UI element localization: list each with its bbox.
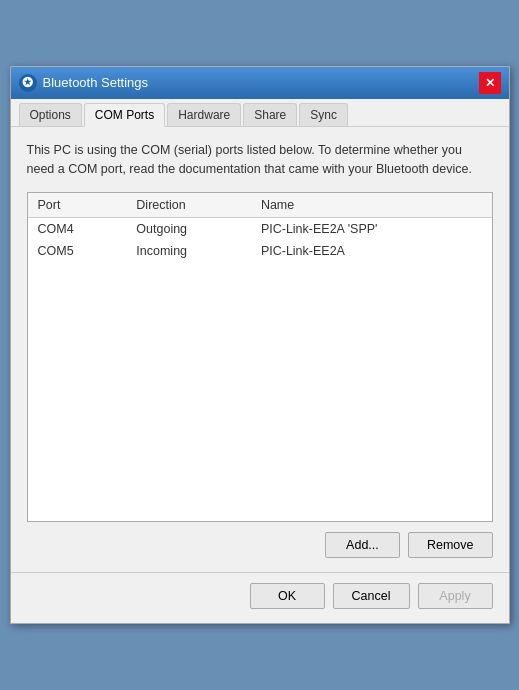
tab-sync[interactable]: Sync: [299, 103, 348, 126]
cancel-button[interactable]: Cancel: [333, 583, 410, 609]
table-row[interactable]: COM5 Incoming PIC-Link-EE2A: [28, 240, 492, 262]
tab-bar: Options COM Ports Hardware Share Sync: [11, 99, 509, 127]
col-header-direction: Direction: [126, 193, 251, 218]
bluetooth-icon: ✪: [19, 74, 37, 92]
tab-hardware[interactable]: Hardware: [167, 103, 241, 126]
cell-direction: Incoming: [126, 240, 251, 262]
com-ports-table: Port Direction Name COM4 Outgoing PIC-Li…: [28, 193, 492, 262]
title-bar: ✪ Bluetooth Settings ✕: [11, 67, 509, 99]
description-text: This PC is using the COM (serial) ports …: [27, 141, 493, 179]
table-header-row: Port Direction Name: [28, 193, 492, 218]
cell-name: PIC-Link-EE2A 'SPP': [251, 218, 492, 241]
add-button[interactable]: Add...: [325, 532, 400, 558]
dialog-window: ✪ Bluetooth Settings ✕ Options COM Ports…: [10, 66, 510, 625]
close-button[interactable]: ✕: [479, 72, 501, 94]
cell-port: COM4: [28, 218, 127, 241]
cell-name: PIC-Link-EE2A: [251, 240, 492, 262]
title-bar-left: ✪ Bluetooth Settings: [19, 74, 149, 92]
footer: OK Cancel Apply: [11, 572, 509, 623]
tab-com-ports[interactable]: COM Ports: [84, 103, 165, 127]
remove-button[interactable]: Remove: [408, 532, 493, 558]
cell-port: COM5: [28, 240, 127, 262]
col-header-port: Port: [28, 193, 127, 218]
table-row[interactable]: COM4 Outgoing PIC-Link-EE2A 'SPP': [28, 218, 492, 241]
ok-button[interactable]: OK: [250, 583, 325, 609]
tab-options[interactable]: Options: [19, 103, 82, 126]
tab-share[interactable]: Share: [243, 103, 297, 126]
table-action-buttons: Add... Remove: [27, 532, 493, 558]
col-header-name: Name: [251, 193, 492, 218]
cell-direction: Outgoing: [126, 218, 251, 241]
com-ports-table-container: Port Direction Name COM4 Outgoing PIC-Li…: [27, 192, 493, 522]
apply-button[interactable]: Apply: [418, 583, 493, 609]
tab-content: This PC is using the COM (serial) ports …: [11, 127, 509, 573]
window-title: Bluetooth Settings: [43, 75, 149, 90]
